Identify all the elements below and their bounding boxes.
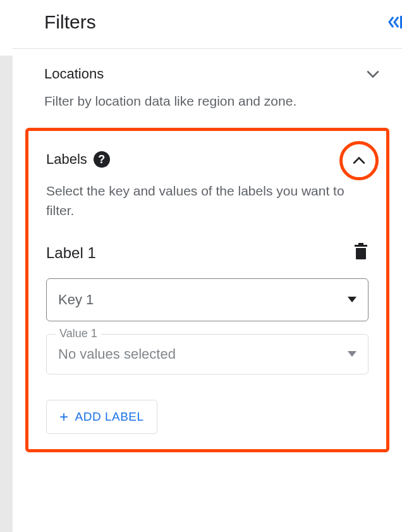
labels-title: Labels	[46, 151, 87, 168]
filters-content: Locations Filter by location data like r…	[13, 49, 402, 465]
labels-description: Select the key and values of the labels …	[46, 182, 368, 220]
locations-title: Locations	[44, 66, 104, 82]
svg-rect-2	[355, 245, 367, 247]
help-icon[interactable]: ?	[94, 151, 110, 168]
labels-section-highlight: Labels ? Select the key and values of th…	[25, 128, 389, 452]
dropdown-arrow-icon	[348, 349, 356, 360]
svg-rect-3	[358, 243, 363, 245]
add-label-button[interactable]: + ADD LABEL	[46, 400, 157, 434]
value-select-label: Value 1	[56, 327, 101, 340]
chevron-highlight-circle	[339, 141, 379, 180]
add-label-text: ADD LABEL	[75, 410, 144, 424]
locations-header[interactable]: Locations	[44, 65, 382, 83]
svg-rect-1	[356, 248, 366, 259]
label-item-name: Label 1	[46, 244, 96, 262]
chevron-up-icon[interactable]	[350, 152, 368, 170]
trash-icon[interactable]	[353, 243, 368, 263]
label-item-header: Label 1	[46, 243, 368, 263]
key-select[interactable]: Key 1	[46, 278, 368, 321]
chevron-down-icon[interactable]	[364, 65, 382, 83]
labels-header[interactable]: Labels ?	[46, 151, 368, 168]
value-select[interactable]: Value 1 No values selected	[46, 334, 368, 374]
dropdown-arrow-icon	[348, 294, 356, 306]
collapse-panel-icon[interactable]	[388, 15, 402, 30]
plus-icon: +	[59, 409, 69, 424]
left-rail	[0, 56, 13, 532]
filters-panel: Filters Locations Filter by location dat…	[13, 0, 402, 532]
key-select-placeholder: Key 1	[58, 292, 94, 308]
locations-section: Locations Filter by location data like r…	[44, 65, 382, 110]
labels-title-wrap: Labels ?	[46, 151, 110, 168]
value-select-content: No values selected	[58, 342, 356, 362]
value-select-placeholder: No values selected	[58, 346, 176, 362]
locations-description: Filter by location data like region and …	[44, 92, 382, 110]
filters-header: Filters	[13, 0, 402, 49]
page-title: Filters	[44, 11, 96, 33]
